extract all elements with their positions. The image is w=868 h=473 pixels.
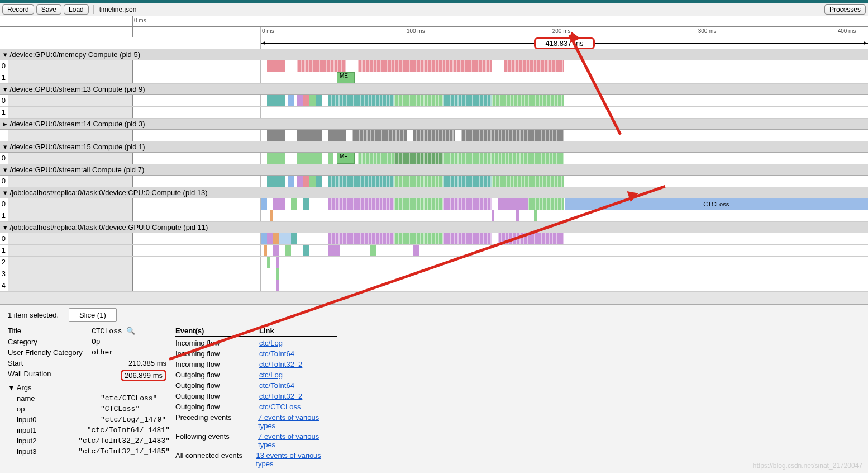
save-button[interactable]: Save [36, 4, 61, 15]
prop-row: Wall Duration206.899 ms [8, 368, 170, 382]
event-link[interactable]: ctc/Log [259, 371, 283, 379]
watermark: https://blog.csdn.net/sinat_21720047 [753, 462, 862, 470]
process-header[interactable]: ▾ /device:GPU:0/stream:13 Compute (pid 9… [0, 84, 868, 95]
range-indicator: 418.837 ms [0, 37, 868, 49]
process-header[interactable]: ▾ /job:localhost/replica:0/task:0/device… [0, 222, 868, 233]
track[interactable] [261, 130, 868, 141]
props-column: TitleCTCLoss 🔍CategoryOpUser Friendly Ca… [8, 325, 170, 457]
track[interactable] [261, 107, 868, 118]
processes-button[interactable]: Processes [824, 4, 866, 15]
me-slice[interactable]: ME [337, 153, 355, 164]
selection-count: 1 item selected. [8, 311, 59, 319]
event-row: Incoming flowctc/Log [175, 338, 337, 348]
event-link[interactable]: ctc/Log [259, 339, 283, 347]
time-ruler[interactable]: 0 ms 100 ms 200 ms 300 ms 400 ms [0, 27, 868, 37]
event-link[interactable]: ctc/ToInt32_2 [259, 360, 302, 368]
details-panel: 1 item selected. Slice (1) TitleCTCLoss … [0, 304, 868, 473]
event-row: Preceding events7 events of various type… [175, 412, 337, 431]
tick-label: 0 ms [262, 28, 274, 34]
track[interactable] [261, 257, 868, 268]
slice-tab[interactable]: Slice (1) [69, 308, 117, 322]
ctcloss-slice[interactable]: CTCLoss [565, 198, 869, 210]
args-header[interactable]: ▼ Args [8, 382, 170, 393]
toolbar: Record Save Load Processes [0, 3, 868, 16]
arg-row: input1"ctc/ToInt64/_1481" [8, 425, 170, 436]
event-link[interactable]: 13 events of various types [256, 451, 338, 468]
track[interactable] [261, 60, 868, 72]
tracks[interactable]: ▾ /device:GPU:0/memcpy Compute (pid 5)01… [0, 49, 868, 292]
overview-ruler: 0 ms [0, 16, 868, 27]
prop-row: User Friendly Categoryother [8, 347, 170, 358]
track[interactable]: CTCLoss [261, 198, 868, 210]
events-header: Event(s)Link [175, 325, 337, 337]
event-link[interactable]: ctc/CTCLoss [259, 403, 301, 411]
event-link[interactable]: ctc/ToInt32_2 [259, 392, 302, 400]
arg-row: input0"ctc/Log/_1479" [8, 414, 170, 425]
arg-row: input3"ctc/ToInt32_1/_1485" [8, 446, 170, 457]
separator [93, 5, 94, 14]
event-link[interactable]: 7 events of various types [258, 413, 337, 430]
track[interactable]: ME [261, 72, 868, 83]
track[interactable] [261, 210, 868, 221]
prop-row: Start210.385 ms [8, 358, 170, 368]
range-label: 418.837 ms [534, 37, 595, 49]
process-header[interactable]: ▾ /device:GPU:0/stream:15 Compute (pid 1… [0, 141, 868, 153]
event-link[interactable]: 7 events of various types [258, 432, 337, 449]
track[interactable] [261, 245, 868, 256]
track[interactable]: ME [261, 153, 868, 164]
process-header[interactable]: ▾ /device:GPU:0/memcpy Compute (pid 5) [0, 49, 868, 60]
track[interactable] [261, 233, 868, 244]
process-header[interactable]: ▾ /job:localhost/replica:0/task:0/device… [0, 187, 868, 198]
load-button[interactable]: Load [64, 4, 89, 15]
event-row: Following events7 events of various type… [175, 431, 337, 450]
tick-label: 300 ms [698, 28, 717, 34]
process-header[interactable]: ▾ /device:GPU:0/stream:all Compute (pid … [0, 164, 868, 176]
prop-row: TitleCTCLoss 🔍 [8, 325, 170, 337]
tracks-footer [0, 292, 868, 304]
tick-label: 200 ms [552, 28, 571, 34]
me-slice[interactable]: ME [337, 72, 355, 83]
process-header[interactable]: ▸ /device:GPU:0/stream:14 Compute (pid 3… [0, 119, 868, 130]
arg-row: name"ctc/CTCLoss" [8, 393, 170, 404]
search-icon[interactable]: 🔍 [126, 327, 135, 335]
event-row: Incoming flowctc/ToInt64 [175, 348, 337, 359]
arg-row: op"CTCLoss" [8, 404, 170, 414]
track[interactable] [261, 280, 868, 291]
track[interactable] [261, 95, 868, 106]
track[interactable] [261, 268, 868, 280]
track[interactable] [261, 176, 868, 187]
record-button[interactable]: Record [2, 4, 34, 15]
event-row: All connected events13 events of various… [175, 450, 337, 469]
tick-label: 400 ms [838, 28, 856, 34]
arg-row: input2"ctc/ToInt32_2/_1483" [8, 436, 170, 446]
event-row: Outgoing flowctc/CTCLoss [175, 401, 337, 412]
event-row: Outgoing flowctc/Log [175, 370, 337, 380]
tick-label: 0 ms [134, 17, 146, 23]
prop-row: CategoryOp [8, 337, 170, 347]
event-link[interactable]: ctc/ToInt64 [259, 381, 294, 390]
event-row: Outgoing flowctc/ToInt32_2 [175, 391, 337, 401]
file-input[interactable] [98, 4, 212, 15]
event-link[interactable]: ctc/ToInt64 [259, 349, 294, 358]
tick-label: 100 ms [407, 28, 425, 34]
event-row: Incoming flowctc/ToInt32_2 [175, 359, 337, 370]
events-column: Event(s)LinkIncoming flowctc/LogIncoming… [175, 325, 337, 469]
event-row: Outgoing flowctc/ToInt64 [175, 380, 337, 391]
